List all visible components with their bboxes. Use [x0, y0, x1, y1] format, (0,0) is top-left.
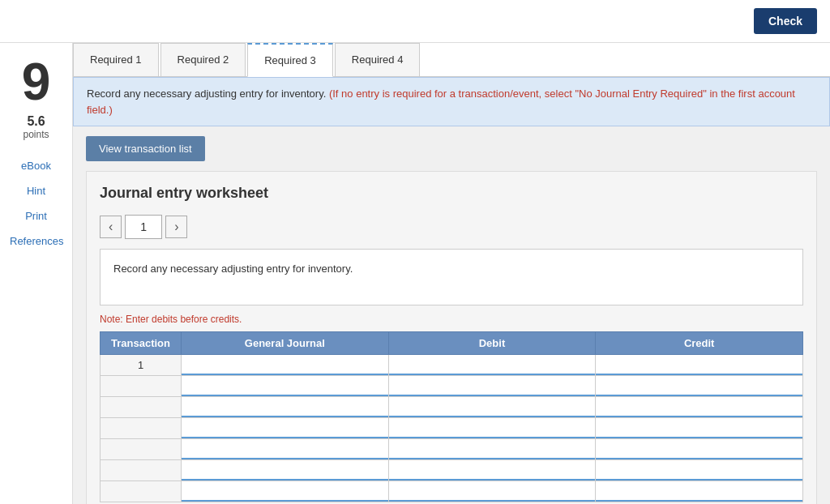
debit-input-7[interactable]: [389, 481, 596, 502]
content-area: Required 1 Required 2 Required 3 Require…: [73, 43, 830, 504]
table-row: [101, 439, 803, 460]
journal-cell-6[interactable]: [182, 460, 389, 481]
instruction-main: Record any necessary adjusting entry for…: [87, 88, 326, 100]
debit-input-5[interactable]: [389, 439, 596, 459]
col-credit: Credit: [596, 332, 803, 355]
credit-input-3[interactable]: [596, 397, 802, 417]
tab-required-4[interactable]: Required 4: [335, 43, 421, 76]
journal-cell-2[interactable]: [182, 376, 389, 397]
transaction-cell-2: [101, 376, 182, 397]
table-row: [101, 397, 803, 418]
sidebar: 9 5.6 points eBook Hint Print References: [0, 43, 73, 504]
credit-cell-3[interactable]: [596, 397, 803, 418]
journal-input-7[interactable]: [182, 481, 388, 502]
sidebar-link-hint[interactable]: Hint: [6, 182, 66, 200]
col-debit: Debit: [388, 332, 596, 355]
sidebar-link-references[interactable]: References: [6, 232, 66, 250]
points-value: 5.6: [27, 114, 45, 129]
credit-input-1[interactable]: [596, 355, 802, 375]
credit-input-7[interactable]: [596, 481, 802, 502]
table-row: [101, 376, 803, 397]
transaction-cell-5: [101, 439, 182, 460]
debit-cell-1[interactable]: [388, 355, 596, 376]
credit-cell-4[interactable]: [596, 418, 803, 439]
transaction-cell-6: [101, 460, 182, 481]
worksheet-title: Journal entry worksheet: [100, 185, 803, 202]
journal-input-3[interactable]: [182, 397, 388, 417]
debit-cell-5[interactable]: [388, 439, 596, 460]
journal-input-4[interactable]: [182, 418, 388, 438]
journal-table: Transaction General Journal Debit Credit…: [100, 331, 803, 502]
table-row: [101, 481, 803, 502]
debit-input-3[interactable]: [389, 397, 596, 417]
debit-input-6[interactable]: [389, 460, 596, 481]
journal-cell-4[interactable]: [182, 418, 389, 439]
credit-input-2[interactable]: [596, 376, 802, 396]
current-page-tab: 1: [125, 215, 162, 239]
top-bar: Check: [0, 0, 830, 43]
worksheet-container: Journal entry worksheet ‹ 1 › Record any…: [86, 171, 817, 504]
col-transaction: Transaction: [101, 332, 182, 355]
debit-input-1[interactable]: [389, 355, 596, 375]
table-row: [101, 418, 803, 439]
credit-input-5[interactable]: [596, 439, 802, 459]
table-row: [101, 460, 803, 481]
next-page-button[interactable]: ›: [165, 216, 187, 238]
journal-input-2[interactable]: [182, 376, 388, 396]
transaction-cell-1: 1: [101, 355, 182, 376]
credit-cell-1[interactable]: [596, 355, 803, 376]
journal-input-5[interactable]: [182, 439, 388, 459]
prev-page-button[interactable]: ‹: [100, 216, 122, 238]
journal-cell-7[interactable]: [182, 481, 389, 502]
debit-cell-3[interactable]: [388, 397, 596, 418]
debit-cell-2[interactable]: [388, 376, 596, 397]
points-label: points: [23, 129, 49, 140]
credit-input-4[interactable]: [596, 418, 802, 438]
entry-description: Record any necessary adjusting entry for…: [100, 249, 803, 305]
sidebar-link-print[interactable]: Print: [6, 207, 66, 225]
tab-required-3[interactable]: Required 3: [247, 43, 333, 77]
instruction-box: Record any necessary adjusting entry for…: [73, 77, 830, 126]
credit-input-6[interactable]: [596, 460, 802, 481]
tab-required-1[interactable]: Required 1: [73, 43, 159, 76]
note-text: Note: Enter debits before credits.: [100, 314, 803, 325]
debit-input-2[interactable]: [389, 376, 596, 396]
debit-cell-7[interactable]: [388, 481, 596, 502]
journal-input-6[interactable]: [182, 460, 388, 481]
transaction-cell-3: [101, 397, 182, 418]
sidebar-link-ebook[interactable]: eBook: [6, 156, 66, 175]
debit-cell-4[interactable]: [388, 418, 596, 439]
credit-cell-7[interactable]: [596, 481, 803, 502]
credit-cell-5[interactable]: [596, 439, 803, 460]
check-button[interactable]: Check: [754, 8, 817, 34]
transaction-cell-4: [101, 418, 182, 439]
credit-cell-2[interactable]: [596, 376, 803, 397]
journal-cell-3[interactable]: [182, 397, 389, 418]
table-row: 1: [101, 355, 803, 376]
debit-input-4[interactable]: [389, 418, 596, 438]
col-general-journal: General Journal: [182, 332, 389, 355]
view-transaction-button[interactable]: View transaction list: [86, 136, 205, 161]
debit-cell-6[interactable]: [388, 460, 596, 481]
tab-required-2[interactable]: Required 2: [160, 43, 246, 76]
question-number: 9: [22, 56, 51, 108]
credit-cell-6[interactable]: [596, 460, 803, 481]
transaction-cell-7: [101, 481, 182, 502]
tabs-bar: Required 1 Required 2 Required 3 Require…: [73, 43, 830, 77]
journal-cell-1[interactable]: [182, 355, 389, 376]
journal-input-1[interactable]: [182, 355, 388, 375]
journal-cell-5[interactable]: [182, 439, 389, 460]
